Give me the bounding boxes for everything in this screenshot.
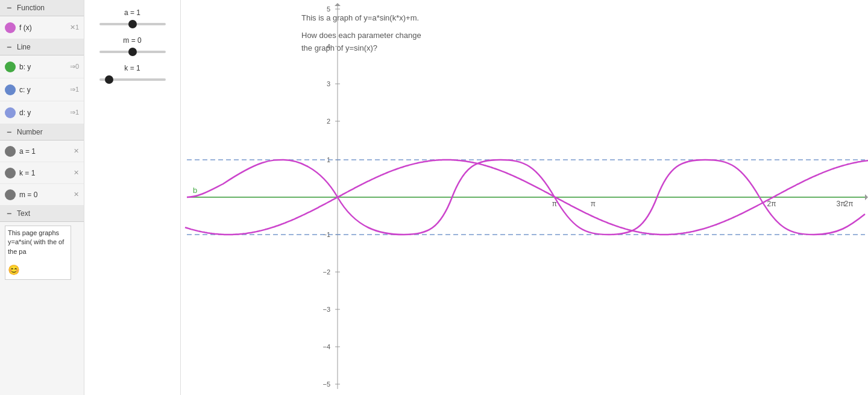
c-label: c: y bbox=[19, 86, 66, 94]
d-label: d: y bbox=[19, 109, 66, 117]
k-dot[interactable] bbox=[5, 168, 16, 179]
d-color-dot[interactable] bbox=[5, 107, 16, 118]
m-close-icon[interactable]: ✕ bbox=[74, 191, 79, 198]
slider-a-track[interactable] bbox=[99, 23, 166, 25]
slider-k-label: k = 1 bbox=[92, 64, 173, 72]
number-section-label: Number bbox=[17, 128, 43, 136]
text-collapse-icon[interactable]: − bbox=[5, 209, 13, 218]
text-section-header: − Text bbox=[0, 206, 84, 222]
f-label: f (x) bbox=[19, 24, 66, 32]
slider-k-thumb[interactable] bbox=[105, 75, 113, 84]
a-value-label: a = 1 bbox=[19, 147, 70, 156]
sliders-panel: a = 1 m = 0 k = 1 bbox=[84, 0, 181, 395]
graph-area: This is a graph of y=a*sin(k*x)+m. How d… bbox=[181, 0, 868, 395]
sidebar: − Function f (x) ✕1 − Line b: y ⇒0 c: y … bbox=[0, 0, 84, 395]
text-content-box[interactable]: This page graphs y=a*sin( with the of th… bbox=[5, 226, 71, 280]
slider-m-label: m = 0 bbox=[92, 36, 173, 45]
slider-a-thumb[interactable] bbox=[128, 20, 137, 28]
number-section-header: − Number bbox=[0, 124, 84, 141]
b-color-dot[interactable] bbox=[5, 62, 16, 72]
sidebar-item-d: d: y ⇒1 bbox=[0, 101, 84, 124]
line-collapse-icon[interactable]: − bbox=[5, 43, 13, 51]
sidebar-item-f: f (x) ✕1 bbox=[0, 16, 84, 39]
line-section-label: Line bbox=[17, 43, 31, 51]
face-icon: 😊 bbox=[8, 264, 20, 277]
slider-k-track[interactable] bbox=[99, 78, 166, 81]
c-color-dot[interactable] bbox=[5, 84, 16, 95]
slider-k-group: k = 1 bbox=[92, 64, 173, 81]
slider-m-track[interactable] bbox=[99, 51, 166, 53]
k-close-icon[interactable]: ✕ bbox=[74, 169, 79, 177]
sine-curve-svg bbox=[181, 0, 868, 395]
b-label: b: y bbox=[19, 63, 66, 71]
function-section-label: Function bbox=[17, 4, 45, 12]
sidebar-item-k: k = 1 ✕ bbox=[0, 162, 84, 184]
text-section-label: Text bbox=[17, 209, 30, 218]
slider-m-thumb[interactable] bbox=[128, 48, 137, 56]
text-section-body: This page graphs y=a*sin( with the of th… bbox=[0, 222, 84, 283]
d-close-icon[interactable]: ⇒1 bbox=[70, 109, 79, 116]
sidebar-item-c: c: y ⇒1 bbox=[0, 78, 84, 101]
slider-m-group: m = 0 bbox=[92, 36, 173, 53]
line-section-header: − Line bbox=[0, 39, 84, 55]
sidebar-item-b: b: y ⇒0 bbox=[0, 55, 84, 78]
sidebar-item-m: m = 0 ✕ bbox=[0, 184, 84, 206]
f-close-icon[interactable]: ✕1 bbox=[70, 24, 79, 31]
m-value-label: m = 0 bbox=[19, 191, 70, 199]
slider-a-label: a = 1 bbox=[92, 8, 173, 17]
sine-path bbox=[185, 160, 868, 235]
a-dot[interactable] bbox=[5, 146, 16, 157]
sidebar-item-a: a = 1 ✕ bbox=[0, 141, 84, 162]
function-collapse-icon[interactable]: − bbox=[5, 4, 13, 12]
b-close-icon[interactable]: ⇒0 bbox=[70, 63, 79, 71]
f-color-dot[interactable] bbox=[5, 22, 16, 33]
m-dot[interactable] bbox=[5, 189, 16, 200]
a-close-icon[interactable]: ✕ bbox=[74, 147, 79, 155]
slider-a-group: a = 1 bbox=[92, 8, 173, 25]
c-close-icon[interactable]: ⇒1 bbox=[70, 86, 79, 93]
number-collapse-icon[interactable]: − bbox=[5, 128, 13, 136]
function-section-header: − Function bbox=[0, 0, 84, 16]
text-content: This page graphs y=a*sin( with the of th… bbox=[8, 229, 64, 255]
k-value-label: k = 1 bbox=[19, 169, 70, 177]
